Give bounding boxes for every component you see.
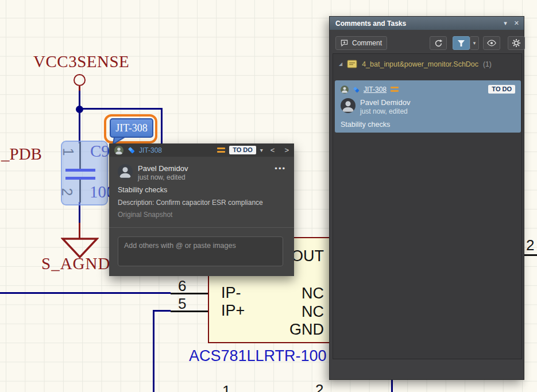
pin5-line[interactable] (171, 311, 208, 312)
comment-count: (1) (483, 60, 492, 68)
pin2-number-right: 2 (526, 236, 534, 254)
avatar (341, 98, 356, 113)
priority-medium-icon (217, 148, 225, 153)
comments-list-area: ◢ 4_bat_input&power_monitor.SchDoc (1) (333, 53, 522, 359)
comment-popup-titlebar[interactable]: JIT-308 TO DO ▾ < > (109, 143, 294, 157)
status-caret-icon[interactable]: ▾ (260, 147, 263, 153)
pin-name-gnd: GND (287, 321, 324, 339)
more-options-icon[interactable]: ••• (275, 164, 286, 181)
popup-divider (109, 227, 294, 228)
wire-ip-minus[interactable] (0, 292, 171, 294)
capacitor-selection-highlight[interactable] (61, 141, 108, 205)
pin-name-ip-plus: IP+ (221, 302, 245, 320)
wire-vertical-main[interactable] (79, 91, 80, 143)
prev-comment-icon[interactable]: < (271, 146, 275, 154)
popup-author-row: Pavel Demidov just now, edited ••• (118, 164, 286, 181)
visibility-button[interactable] (483, 36, 500, 50)
document-group-row[interactable]: ◢ 4_bat_input&power_monitor.SchDoc (1) (333, 54, 521, 73)
net-label-pdb[interactable]: _PDB (1, 145, 42, 164)
panel-close-icon[interactable]: ✕ (514, 20, 519, 27)
ground-stem (79, 223, 80, 239)
refresh-icon (434, 39, 443, 48)
avatar (114, 146, 123, 155)
pin5-number: 5 (178, 295, 186, 313)
next-comment-icon[interactable]: > (284, 146, 289, 154)
pin-name-nc2: NC (287, 303, 324, 321)
panel-toolbar: Comment ▾ (335, 36, 519, 50)
pin-name-nc1: NC (287, 285, 324, 302)
avatar (341, 86, 349, 94)
card-summary: Stability checks (341, 121, 515, 129)
filter-button[interactable] (453, 36, 470, 50)
status-badge[interactable]: TO DO (229, 146, 256, 154)
document-icon (347, 60, 357, 68)
priority-medium-icon (391, 87, 399, 92)
popup-summary: Stability checks (118, 186, 167, 194)
comment-reply-input[interactable] (118, 236, 283, 266)
comment-card[interactable]: JIT-308 TO DO Pavel Demidov just now, ed… (335, 80, 521, 133)
comment-plus-icon (341, 39, 348, 47)
net-label-s-agnd[interactable]: S_AGND (41, 254, 110, 273)
add-comment-label: Comment (352, 39, 382, 47)
wire-horizontal-top[interactable] (79, 108, 163, 110)
comment-popup: JIT-308 TO DO ▾ < > Pavel Demidov just n… (109, 143, 294, 276)
avatar (118, 164, 133, 179)
refresh-button[interactable] (430, 36, 447, 50)
schematic-editor: VCC3SENSE _PDB 1 2 C9 100 S_AGND OUT OUT… (0, 0, 537, 392)
panel-collapse-icon[interactable]: ▾ (504, 20, 507, 27)
wire-ip-plus-horizontal[interactable] (153, 310, 171, 312)
jira-icon (128, 146, 135, 154)
wire-ip-plus-vertical[interactable] (153, 310, 154, 392)
bottom-pin1-number: 1 (222, 382, 230, 392)
part-name-label[interactable]: ACS781LLRTR-100 (189, 347, 327, 365)
bottom-pin2-number: 2 (315, 381, 323, 392)
card-author-time: just now, edited (360, 107, 410, 115)
popup-author-time: just now, edited (138, 173, 188, 181)
ticket-link[interactable]: JIT-308 (364, 86, 387, 94)
document-name: 4_bat_input&power_monitor.SchDoc (362, 60, 478, 68)
comment-marker-bubble[interactable]: JIT-308 (110, 118, 153, 138)
net-label-vcc3sense[interactable]: VCC3SENSE (33, 52, 129, 71)
card-author-name: Pavel Demidov (360, 98, 410, 107)
filter-dropdown-button[interactable]: ▾ (470, 36, 479, 50)
eye-icon (487, 40, 496, 46)
wire-vertical-right[interactable] (161, 108, 163, 147)
expander-icon[interactable]: ◢ (339, 61, 342, 67)
filter-funnel-icon (457, 40, 465, 47)
pin6-line[interactable] (171, 293, 208, 294)
jira-icon (353, 86, 360, 93)
panel-header[interactable]: Comments and Tasks ▾ ✕ (330, 17, 524, 30)
gear-icon (512, 38, 521, 48)
status-badge: TO DO (488, 85, 515, 94)
popup-author-name: Pavel Demidov (138, 164, 188, 173)
popup-snapshot-link[interactable]: Original Snapshot (118, 211, 172, 219)
wire-below-panel[interactable] (391, 379, 393, 392)
pin6-number: 6 (178, 277, 186, 295)
pin-name-ip-minus: IP- (221, 284, 241, 302)
ticket-link[interactable]: JIT-308 (139, 146, 162, 154)
filter-caret-icon: ▾ (473, 40, 476, 46)
add-comment-button[interactable]: Comment (335, 36, 387, 50)
panel-title: Comments and Tasks (335, 20, 406, 28)
settings-button[interactable] (508, 36, 525, 50)
popup-description: Description: Confirm capacitor ESR compl… (118, 199, 263, 207)
comment-marker-label: JIT-308 (115, 122, 147, 134)
power-port-circle[interactable] (74, 74, 86, 86)
comments-tasks-panel: Comments and Tasks ▾ ✕ Comment (329, 16, 524, 380)
